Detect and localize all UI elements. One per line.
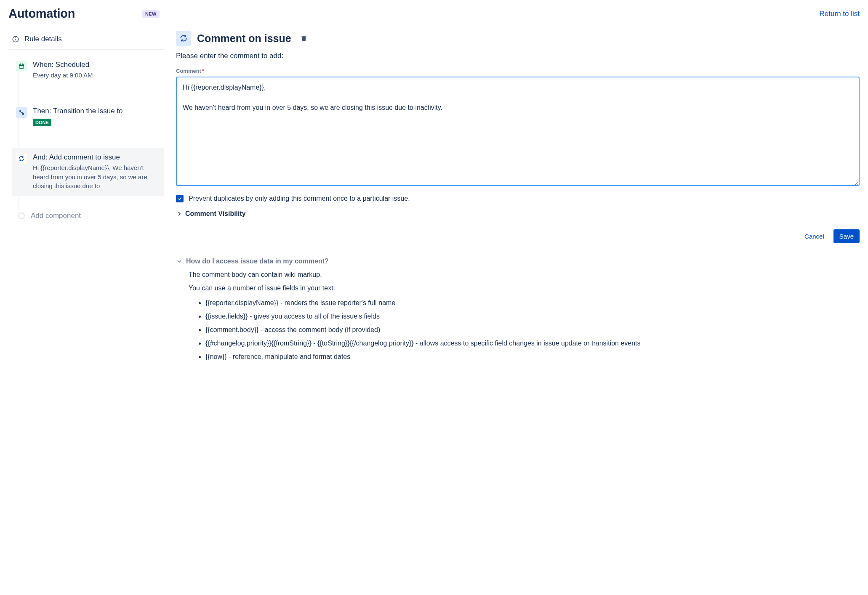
svg-rect-3 [19, 64, 24, 68]
add-circle-icon [18, 212, 25, 219]
help-item: {{issue.fields}} - gives you access to a… [205, 311, 860, 321]
transition-icon [16, 107, 27, 118]
add-component-button[interactable]: Add component [12, 208, 164, 223]
rule-details-button[interactable]: Rule details [8, 31, 164, 50]
help-line-2: You can use a number of issue fields in … [189, 284, 860, 292]
delete-button[interactable] [297, 32, 311, 45]
calendar-icon [16, 61, 27, 72]
return-to-list-link[interactable]: Return to list [820, 10, 860, 18]
comment-field-label: Comment* [176, 68, 860, 74]
chevron-down-icon [176, 258, 183, 265]
comment-action-title: And: Add comment to issue [33, 153, 160, 162]
svg-point-8 [22, 113, 24, 114]
checkmark-icon [177, 196, 182, 201]
transition-title: Then: Transition the issue to [33, 107, 123, 115]
page-header: Automation NEW Return to list [8, 7, 860, 21]
trigger-node-scheduled[interactable]: When: Scheduled Every day at 9:00 AM [12, 56, 164, 85]
panel-title: Comment on issue [197, 32, 291, 45]
rule-sidebar: Rule details When: Scheduled Every day a… [8, 31, 164, 365]
new-badge: NEW [142, 10, 160, 18]
rule-details-label: Rule details [24, 35, 62, 43]
help-item: {{reporter.displayName}} - renders the i… [205, 298, 860, 308]
svg-point-7 [19, 110, 20, 111]
trigger-title: When: Scheduled [33, 61, 93, 69]
svg-point-2 [16, 38, 16, 38]
action-node-comment[interactable]: And: Add comment to issue Hi {{reporter.… [12, 148, 164, 196]
trigger-subtitle: Every day at 9:00 AM [33, 71, 93, 80]
refresh-icon [16, 153, 27, 164]
main-panel: Comment on issue Please enter the commen… [176, 31, 860, 365]
chevron-right-icon [176, 210, 183, 217]
cancel-button[interactable]: Cancel [799, 229, 830, 243]
panel-intro: Please enter the comment to add: [176, 52, 860, 60]
page-title: Automation [8, 7, 75, 21]
help-title: How do I access issue data in my comment… [186, 258, 329, 265]
help-toggle[interactable]: How do I access issue data in my comment… [176, 258, 860, 265]
comment-action-subtitle: Hi {{reporter.displayName}}, We haven't … [33, 163, 160, 191]
help-line-1: The comment body can contain wiki markup… [189, 271, 860, 279]
help-item: {{#changelog.priority}}{{fromString}} - … [205, 338, 860, 348]
help-item: {{now}} - reference, manipulate and form… [205, 352, 860, 362]
help-item: {{comment.body}} - access the comment bo… [205, 325, 860, 335]
comment-textarea[interactable] [176, 77, 860, 186]
help-list: {{reporter.displayName}} - renders the i… [189, 298, 860, 362]
refresh-icon [176, 31, 191, 46]
done-lozenge: DONE [33, 119, 51, 126]
info-icon [12, 35, 19, 43]
visibility-label: Comment Visibility [185, 210, 246, 218]
prevent-duplicates-label: Prevent duplicates by only adding this c… [189, 195, 410, 202]
add-component-label: Add component [31, 212, 81, 220]
required-asterisk: * [202, 68, 204, 74]
trash-icon [300, 35, 308, 42]
action-node-transition[interactable]: Then: Transition the issue to DONE [12, 102, 164, 131]
prevent-duplicates-checkbox[interactable] [176, 195, 184, 202]
comment-visibility-toggle[interactable]: Comment Visibility [176, 210, 860, 218]
save-button[interactable]: Save [833, 229, 860, 243]
